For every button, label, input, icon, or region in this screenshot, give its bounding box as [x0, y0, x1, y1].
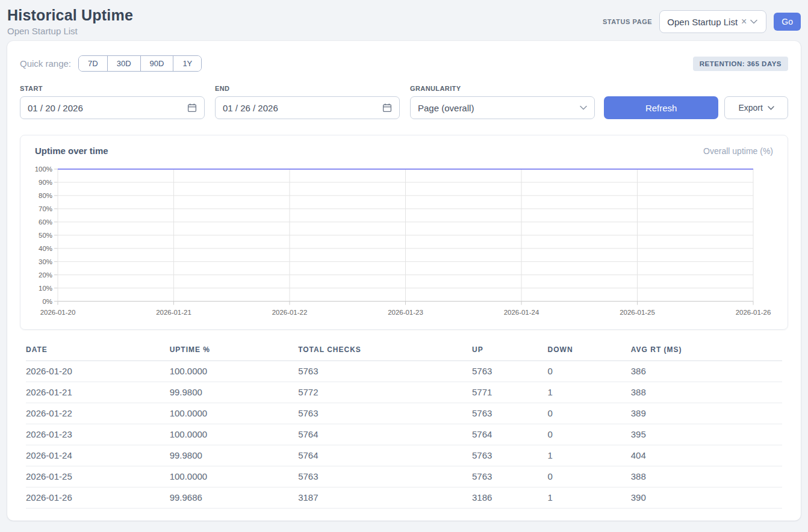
table-cell: 100.0000 [170, 360, 299, 382]
svg-text:0%: 0% [42, 298, 52, 305]
svg-text:70%: 70% [39, 205, 52, 212]
clear-icon[interactable]: × [741, 17, 747, 26]
quick-range-group: 7D30D90D1Y [78, 55, 202, 72]
table-cell: 5763 [472, 466, 548, 487]
quick-range-7d-button[interactable]: 7D [79, 56, 107, 71]
table-cell: 100.0000 [170, 403, 299, 424]
svg-text:2026-01-26: 2026-01-26 [736, 309, 771, 316]
start-date-field: START 01 / 20 / 2026 [20, 85, 205, 119]
table-cell: 5764 [298, 424, 472, 445]
table-cell: 2026-01-24 [26, 445, 170, 466]
quick-range-90d-button[interactable]: 90D [140, 56, 173, 71]
chart-title: Uptime over time [35, 146, 108, 156]
column-header: AVG RT (MS) [631, 343, 782, 361]
quick-range-30d-button[interactable]: 30D [107, 56, 140, 71]
filter-controls-row: START 01 / 20 / 2026 END 01 / 26 / 2026 … [20, 85, 788, 119]
table-cell: 2026-01-21 [26, 382, 170, 403]
table-row: 2026-01-22100.0000576357630389 [26, 403, 782, 424]
svg-text:2026-01-25: 2026-01-25 [620, 309, 655, 316]
table-cell: 388 [631, 382, 782, 403]
svg-text:2026-01-22: 2026-01-22 [272, 309, 308, 316]
svg-text:90%: 90% [39, 179, 52, 186]
table-row: 2026-01-2499.9800576457631404 [26, 445, 782, 466]
uptime-table-wrap: DATEUPTIME %TOTAL CHECKSUPDOWNAVG RT (MS… [26, 343, 782, 509]
status-page-value: Open Startup List [667, 17, 738, 27]
table-cell: 2026-01-20 [26, 360, 170, 382]
page-subtitle: Open Startup List [7, 26, 133, 36]
table-cell: 5772 [298, 382, 472, 403]
table-cell: 2026-01-26 [26, 487, 170, 508]
table-cell: 5763 [298, 360, 472, 382]
quick-range-row: Quick range: 7D30D90D1Y RETENTION: 365 D… [20, 55, 788, 72]
svg-text:10%: 10% [39, 285, 52, 292]
page-title: Historical Uptime [7, 7, 133, 24]
uptime-line-chart[interactable]: 0%10%20%30%40%50%60%70%80%90%100%2026-01… [35, 164, 773, 321]
retention-badge: RETENTION: 365 DAYS [693, 57, 788, 71]
table-cell: 390 [631, 487, 782, 508]
table-cell: 5763 [298, 403, 472, 424]
table-cell: 3187 [298, 487, 472, 508]
table-cell: 2026-01-25 [26, 466, 170, 487]
table-header-row: DATEUPTIME %TOTAL CHECKSUPDOWNAVG RT (MS… [26, 343, 782, 361]
table-cell: 1 [548, 487, 631, 508]
svg-text:20%: 20% [39, 271, 52, 279]
table-cell: 100.0000 [170, 424, 299, 445]
page-header: Historical Uptime Open Startup List STAT… [0, 0, 808, 41]
status-page-select[interactable]: Open Startup List × [659, 10, 766, 33]
uptime-chart-card: Uptime over time Overall uptime (%) 0%10… [20, 135, 788, 330]
table-cell: 2026-01-22 [26, 403, 170, 424]
quick-range-1y-button[interactable]: 1Y [173, 56, 201, 71]
table-cell: 99.9686 [170, 487, 299, 508]
export-label: Export [738, 103, 762, 113]
svg-text:30%: 30% [39, 258, 52, 265]
table-cell: 2026-01-23 [26, 424, 170, 445]
table-cell: 404 [631, 445, 782, 466]
table-cell: 5763 [472, 403, 548, 424]
status-page-label: STATUS PAGE [603, 18, 652, 25]
main-panel: Quick range: 7D30D90D1Y RETENTION: 365 D… [7, 41, 801, 521]
table-cell: 0 [548, 360, 631, 382]
svg-text:2026-01-24: 2026-01-24 [504, 309, 539, 316]
calendar-icon[interactable] [382, 103, 392, 113]
table-cell: 1 [548, 445, 631, 466]
calendar-icon[interactable] [187, 103, 197, 113]
table-row: 2026-01-2699.9686318731861390 [26, 487, 782, 508]
table-cell: 5763 [472, 360, 548, 382]
granularity-select[interactable]: Page (overall) [410, 96, 595, 119]
svg-text:80%: 80% [39, 192, 52, 199]
refresh-button[interactable]: Refresh [604, 96, 718, 119]
chart-legend: Overall uptime (%) [703, 146, 773, 156]
uptime-table: DATEUPTIME %TOTAL CHECKSUPDOWNAVG RT (MS… [26, 343, 782, 509]
table-row: 2026-01-23100.0000576457640395 [26, 424, 782, 445]
table-cell: 5764 [472, 424, 548, 445]
chevron-down-icon [750, 19, 757, 24]
start-date-value: 01 / 20 / 2026 [28, 103, 83, 113]
table-cell: 100.0000 [170, 466, 299, 487]
column-header: DOWN [548, 343, 631, 361]
table-cell: 1 [548, 382, 631, 403]
svg-text:2026-01-21: 2026-01-21 [156, 309, 191, 316]
table-cell: 99.9800 [170, 445, 299, 466]
table-cell: 0 [548, 403, 631, 424]
start-date-input[interactable]: 01 / 20 / 2026 [20, 96, 205, 119]
svg-text:50%: 50% [39, 232, 52, 239]
header-controls: STATUS PAGE Open Startup List × Go [603, 10, 801, 33]
table-cell: 0 [548, 424, 631, 445]
column-header: UPTIME % [170, 343, 299, 361]
column-header: DATE [26, 343, 170, 361]
chevron-down-icon [580, 105, 587, 110]
table-cell: 5764 [298, 445, 472, 466]
table-cell: 389 [631, 403, 782, 424]
table-cell: 5763 [298, 466, 472, 487]
export-button[interactable]: Export [724, 96, 788, 119]
table-row: 2026-01-25100.0000576357630388 [26, 466, 782, 487]
quick-range-label: Quick range: [20, 58, 71, 69]
table-cell: 99.9800 [170, 382, 299, 403]
column-header: TOTAL CHECKS [298, 343, 472, 361]
go-button[interactable]: Go [774, 13, 801, 31]
granularity-field: GRANULARITY Page (overall) [410, 85, 595, 119]
end-date-input[interactable]: 01 / 26 / 2026 [215, 96, 400, 119]
granularity-value: Page (overall) [418, 103, 474, 113]
svg-text:40%: 40% [39, 245, 52, 252]
end-date-field: END 01 / 26 / 2026 [215, 85, 400, 119]
